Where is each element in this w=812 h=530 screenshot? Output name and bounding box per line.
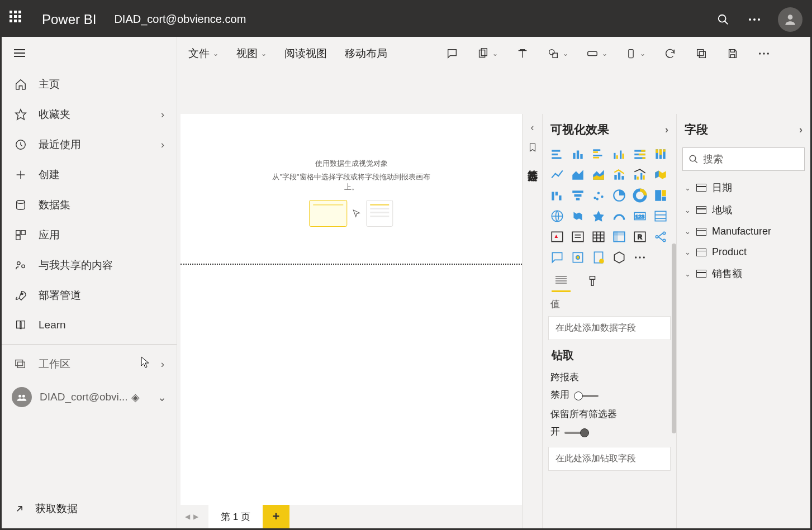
viz-waterfall-icon[interactable] <box>548 187 566 204</box>
page-tab-1[interactable]: 第 1 页 <box>208 504 263 528</box>
svg-point-5 <box>788 15 793 20</box>
viz-clustered-column-icon[interactable] <box>610 145 628 163</box>
field-table-geo[interactable]: ⌄ 地域 <box>677 199 810 221</box>
svg-rect-57 <box>659 149 662 155</box>
viz-matrix-icon[interactable] <box>610 228 628 246</box>
textbox-icon[interactable] <box>516 47 529 60</box>
menu-reading-view[interactable]: 阅读视图 <box>284 46 327 61</box>
viz-table-icon[interactable] <box>590 228 607 246</box>
copy-icon[interactable]: ⌄ <box>477 47 498 60</box>
viz-area-icon[interactable] <box>569 166 587 184</box>
search-icon[interactable] <box>715 12 731 27</box>
hamburger-icon[interactable] <box>2 37 177 69</box>
viz-treemap-icon[interactable] <box>652 187 669 204</box>
comment-icon[interactable] <box>445 47 459 60</box>
fields-search-input[interactable]: 搜索 <box>682 147 805 171</box>
nav-learn[interactable]: Learn <box>2 311 177 340</box>
drill-dropzone[interactable]: 在此处添加钻取字段 <box>548 447 671 471</box>
viz-qa-icon[interactable] <box>548 249 566 266</box>
viz-ribbon-icon[interactable] <box>652 166 669 184</box>
viz-100-stacked-column-icon[interactable] <box>652 145 669 163</box>
viz-stacked-area-icon[interactable] <box>590 166 607 184</box>
prev-page-icon[interactable]: ◀ <box>185 513 190 521</box>
svg-rect-45 <box>616 155 618 159</box>
get-data-button[interactable]: 获取数据 <box>2 489 177 528</box>
scrollbar-thumb[interactable] <box>672 243 676 433</box>
field-table-product[interactable]: ⌄ Product <box>677 242 810 262</box>
viz-clustered-bar-icon[interactable] <box>590 145 607 163</box>
viz-gauge-icon[interactable] <box>610 207 628 225</box>
viz-filled-map-icon[interactable] <box>569 207 587 225</box>
viz-map-icon[interactable] <box>548 207 566 225</box>
viz-r-icon[interactable]: R <box>631 228 649 246</box>
viz-kpi-icon[interactable]: ▲ <box>548 228 566 246</box>
viz-slicer-icon[interactable] <box>569 228 587 246</box>
viz-100-stacked-bar-icon[interactable] <box>631 145 649 163</box>
viz-stacked-bar-icon[interactable] <box>548 145 566 163</box>
buttons-icon[interactable]: ⌄ <box>586 47 607 60</box>
menu-mobile-layout[interactable]: 移动布局 <box>345 46 387 61</box>
nav-create[interactable]: 创建 <box>2 160 177 190</box>
shapes-icon[interactable]: ⌄ <box>547 47 568 60</box>
viz-donut-icon[interactable] <box>631 187 649 204</box>
format-tab[interactable] <box>584 270 601 292</box>
app-launcher-icon[interactable] <box>10 11 27 28</box>
viz-stacked-column-icon[interactable] <box>569 145 587 163</box>
nav-shared[interactable]: 与我共享的内容 <box>2 250 177 280</box>
visual-interactions-icon[interactable]: ⌄ <box>625 47 645 60</box>
viz-python-icon[interactable] <box>610 249 628 266</box>
more-icon[interactable] <box>747 12 762 27</box>
viz-multi-row-card-icon[interactable] <box>652 207 669 225</box>
nav-apps[interactable]: 应用 <box>2 220 177 250</box>
save-icon[interactable] <box>726 47 739 60</box>
next-page-icon[interactable]: ▶ <box>193 513 198 521</box>
chevron-right-icon[interactable]: › <box>665 124 668 136</box>
nav-home[interactable]: 主页 <box>2 69 177 99</box>
field-table-date[interactable]: ⌄ 日期 <box>677 176 810 199</box>
viz-key-influencers-icon[interactable] <box>569 249 587 266</box>
fields-tab[interactable] <box>552 270 571 292</box>
filters-panel-collapsed[interactable]: ‹ 筛选器 <box>522 114 542 528</box>
viz-paginated-icon[interactable] <box>590 249 607 266</box>
bookmark-icon[interactable] <box>528 142 538 152</box>
svg-rect-41 <box>593 151 598 153</box>
nav-pipelines[interactable]: 部署管道 <box>2 280 177 311</box>
report-canvas[interactable]: 使用数据生成视觉对象 从"字段"窗格中选择字段或将字段拖动到报表画布上。 <box>181 114 522 505</box>
chevron-right-icon[interactable]: › <box>799 124 802 136</box>
refresh-icon[interactable] <box>663 47 677 60</box>
svg-rect-12 <box>21 231 25 235</box>
more-icon[interactable] <box>757 47 771 60</box>
nav-datasets[interactable]: 数据集 <box>2 190 177 220</box>
menu-file[interactable]: 文件⌄ <box>188 46 219 61</box>
menu-view[interactable]: 视图⌄ <box>236 46 267 61</box>
page-tabs: ◀▶ 第 1 页 + <box>177 505 522 528</box>
current-workspace[interactable]: DIAD_cort@obvi... ◈ ⌄ <box>2 379 177 415</box>
workspace-icon <box>14 357 27 371</box>
app-header: Power BI DIAD_cort@obvience.com <box>2 2 810 37</box>
values-dropzone[interactable]: 在此处添加数据字段 <box>548 316 671 340</box>
viz-shape-map-icon[interactable] <box>590 207 607 225</box>
viz-line-stacked-column-icon[interactable] <box>610 166 628 184</box>
svg-point-73 <box>593 197 596 199</box>
svg-line-122 <box>695 160 697 163</box>
duplicate-icon[interactable] <box>695 47 708 60</box>
user-avatar[interactable] <box>778 7 802 32</box>
viz-line-icon[interactable] <box>548 166 566 184</box>
svg-point-114 <box>643 256 645 258</box>
nav-workspaces[interactable]: 工作区 › <box>2 349 177 379</box>
chevron-left-icon[interactable]: ‹ <box>531 122 534 133</box>
viz-funnel-icon[interactable] <box>569 187 587 204</box>
viz-line-clustered-column-icon[interactable] <box>631 166 649 184</box>
cross-report-toggle[interactable] <box>574 395 599 397</box>
viz-decomposition-icon[interactable] <box>652 228 669 246</box>
viz-scatter-icon[interactable] <box>590 187 607 204</box>
viz-card-icon[interactable]: 123 <box>631 207 649 225</box>
nav-recent[interactable]: 最近使用 › <box>2 130 177 160</box>
field-table-manufacturer[interactable]: ⌄ Manufacturer <box>677 221 810 242</box>
field-table-sales[interactable]: ⌄ 销售额 <box>677 262 810 285</box>
viz-more-icon[interactable] <box>631 249 649 266</box>
add-page-button[interactable]: + <box>263 505 289 528</box>
keep-filters-toggle[interactable] <box>564 432 589 434</box>
viz-pie-icon[interactable] <box>610 187 628 204</box>
nav-favorites[interactable]: 收藏夹 › <box>2 99 177 130</box>
